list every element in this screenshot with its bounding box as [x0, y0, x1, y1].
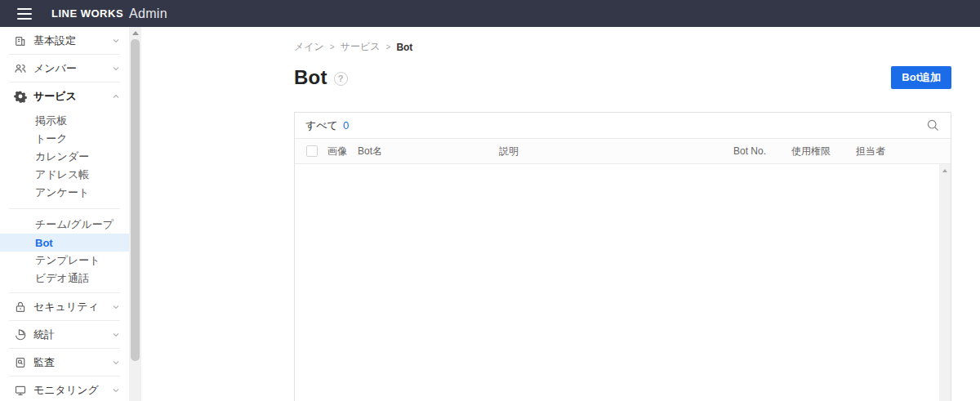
- main-content: メイン > サービス > Bot Bot ? Bot追加 すべて 0: [141, 27, 980, 401]
- sidebar-item-basic-settings[interactable]: 基本設定: [0, 27, 129, 54]
- sidebar-item-label: 監査: [33, 355, 111, 370]
- audit-search-icon: [14, 356, 27, 369]
- sidebar: 基本設定 メンバー サービ: [0, 27, 129, 401]
- column-header-bot-no: Bot No.: [733, 145, 791, 157]
- scroll-up-arrow-icon[interactable]: [129, 27, 141, 38]
- sidebar-item-audit[interactable]: 監査: [0, 349, 129, 376]
- sidebar-subitem-team-group[interactable]: チーム/グループ: [0, 216, 129, 234]
- breadcrumb-current: Bot: [396, 42, 412, 53]
- hamburger-menu-icon[interactable]: [17, 8, 32, 20]
- sidebar-subitem-bot[interactable]: Bot: [0, 234, 129, 252]
- gear-icon: [14, 90, 27, 103]
- members-icon: [14, 62, 27, 75]
- lock-icon: [14, 301, 27, 314]
- breadcrumb: メイン > サービス > Bot: [294, 27, 951, 54]
- sidebar-item-label: モニタリング: [33, 383, 111, 398]
- chevron-down-icon: [111, 302, 121, 312]
- table-body-empty: [295, 164, 951, 401]
- topbar: LINE WORKS Admin: [0, 0, 980, 27]
- bot-table-panel: すべて 0 画像 Bot名 説明 Bot N: [294, 112, 951, 401]
- column-header-permission: 使用権限: [791, 145, 856, 158]
- subitem-label: ビデオ通話: [35, 271, 89, 286]
- chevron-down-icon: [111, 36, 121, 46]
- pie-chart-icon: [14, 328, 27, 341]
- line-works-admin-window: LINE WORKS Admin 基本設定: [0, 0, 980, 401]
- breadcrumb-services[interactable]: サービス: [341, 40, 381, 54]
- building-icon: [14, 34, 27, 47]
- help-icon[interactable]: ?: [334, 72, 348, 86]
- table-header-row: 画像 Bot名 説明 Bot No. 使用権限 担当者: [295, 139, 951, 164]
- sidebar-subitem-survey[interactable]: アンケート: [0, 184, 129, 202]
- sidebar-scrollbar-thumb[interactable]: [131, 39, 140, 361]
- filter-tab-all[interactable]: すべて: [305, 118, 338, 133]
- chevron-down-icon: [111, 385, 121, 395]
- sidebar-item-label: メンバー: [33, 61, 111, 76]
- services-submenu: 掲示板 トーク カレンダー アドレス帳 アンケート チーム/グループ Bot テ…: [0, 109, 129, 292]
- sidebar-item-security[interactable]: セキュリティ: [0, 293, 129, 320]
- sidebar-subitem-video-call[interactable]: ビデオ通話: [0, 270, 129, 287]
- monitor-icon: [14, 384, 27, 397]
- table-filter-bar: すべて 0: [295, 113, 951, 139]
- column-header-bot-name: Bot名: [358, 145, 499, 158]
- sidebar-subitem-contacts[interactable]: アドレス帳: [0, 166, 129, 184]
- sidebar-item-monitoring[interactable]: モニタリング: [0, 376, 129, 401]
- subitem-label: テンプレート: [35, 253, 100, 268]
- subitem-label: チーム/グループ: [35, 217, 114, 232]
- sidebar-item-label: 統計: [33, 327, 111, 342]
- sidebar-item-members[interactable]: メンバー: [0, 55, 129, 82]
- select-all-checkbox[interactable]: [306, 145, 318, 157]
- add-bot-button[interactable]: Bot追加: [891, 66, 951, 89]
- table-scrollbar[interactable]: [939, 164, 951, 401]
- chevron-down-icon: [111, 64, 121, 74]
- filter-tab-count[interactable]: 0: [343, 119, 349, 131]
- brand-logo: LINE WORKS: [51, 7, 123, 20]
- chevron-down-icon: [111, 358, 121, 368]
- sidebar-item-label: セキュリティ: [33, 300, 111, 314]
- sidebar-item-label: サービス: [33, 89, 111, 104]
- breadcrumb-separator: >: [330, 42, 335, 51]
- product-name: Admin: [129, 7, 167, 21]
- breadcrumb-separator: >: [386, 42, 391, 51]
- title-row: Bot ? Bot追加: [294, 66, 951, 89]
- subitem-label: Bot: [35, 237, 53, 249]
- sidebar-scrollbar[interactable]: [129, 27, 141, 401]
- sidebar-item-label: 基本設定: [33, 33, 111, 48]
- breadcrumb-main[interactable]: メイン: [294, 40, 324, 54]
- sidebar-subitem-calendar[interactable]: カレンダー: [0, 148, 129, 166]
- sidebar-subitem-talk[interactable]: トーク: [0, 130, 129, 148]
- chevron-up-icon: [111, 91, 121, 101]
- subitem-label: トーク: [35, 131, 68, 146]
- column-header-image: 画像: [327, 145, 358, 158]
- subitem-label: アンケート: [35, 185, 89, 200]
- page-title: Bot: [294, 66, 327, 89]
- sidebar-item-services[interactable]: サービス: [0, 82, 129, 109]
- sidebar-subitem-board[interactable]: 掲示板: [0, 112, 129, 130]
- sidebar-item-statistics[interactable]: 統計: [0, 321, 129, 348]
- column-header-owner: 担当者: [856, 145, 951, 158]
- chevron-down-icon: [111, 330, 121, 340]
- search-icon[interactable]: [925, 118, 940, 133]
- sidebar-subitem-template[interactable]: テンプレート: [0, 252, 129, 270]
- scroll-up-arrow-icon[interactable]: [939, 166, 951, 176]
- subitem-label: カレンダー: [35, 149, 89, 164]
- submenu-divider: [9, 208, 120, 209]
- column-header-description: 説明: [499, 145, 733, 158]
- subitem-label: アドレス帳: [35, 167, 89, 182]
- subitem-label: 掲示板: [35, 114, 67, 128]
